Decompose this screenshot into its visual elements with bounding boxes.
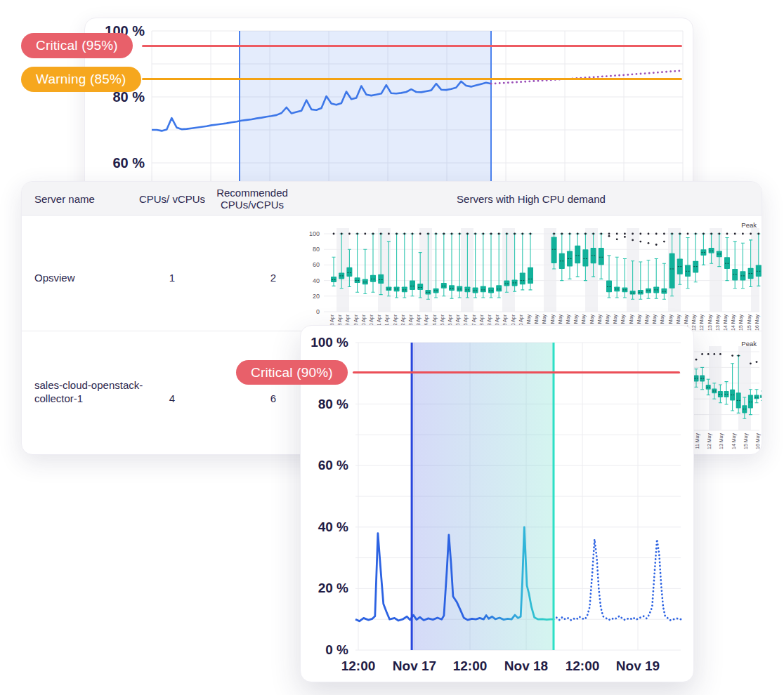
peak-label: Peak [714, 340, 757, 348]
x-tick-nov18: Nov 18 [495, 658, 558, 674]
svg-text:12 May: 12 May [691, 315, 697, 331]
cpu-usage-forecast-chart[interactable] [301, 326, 694, 682]
svg-text:80: 80 [313, 246, 320, 253]
x-tick-nov19: Nov 19 [606, 658, 669, 674]
cpus-cell: 1 [130, 272, 214, 284]
y-tick-20: 20 % [301, 581, 348, 596]
svg-text:16 May: 16 May [755, 433, 761, 449]
svg-text:14 May: 14 May [731, 315, 736, 331]
svg-text:0: 0 [316, 308, 320, 315]
svg-text:12 May: 12 May [707, 433, 712, 449]
svg-text:15 May: 15 May [738, 315, 744, 331]
critical-95-badge: Critical (95%) [21, 33, 133, 58]
warning-85-badge: Warning (85%) [21, 67, 141, 92]
y-tick-100: 100 % [301, 335, 348, 350]
x-tick-1200c: 12:00 [551, 658, 614, 674]
svg-text:15 May: 15 May [747, 315, 752, 331]
x-tick-1200a: 12:00 [327, 658, 390, 674]
peak-label: Peak [714, 221, 757, 229]
svg-text:60: 60 [313, 261, 320, 268]
recommended-cpus-cell: 2 [224, 272, 322, 284]
y-tick-0: 0 % [301, 642, 348, 658]
svg-text:15 May: 15 May [743, 433, 749, 449]
svg-text:16 May: 16 May [754, 315, 760, 331]
svg-text:13 May: 13 May [719, 433, 724, 449]
cpu-usage-forecast-card: 100 % 80 % 60 % 40 % 20 % 0 % 12:00 Nov … [300, 325, 694, 682]
critical-90-badge: Critical (90%) [236, 360, 348, 385]
y-tick-80: 80 % [301, 397, 348, 412]
svg-text:14 May: 14 May [731, 433, 737, 449]
capacity-planner-dashboard: 100 % 80 % 60 % Server name CPUs/ vCPUs … [0, 0, 784, 695]
svg-text:14 May: 14 May [723, 315, 729, 331]
critical-threshold-line [142, 45, 682, 47]
x-tick-1200b: 12:00 [438, 658, 502, 674]
warning-threshold-line [142, 78, 682, 80]
svg-text:11 May: 11 May [695, 433, 700, 449]
y-tick-60: 60 % [89, 155, 145, 171]
server-name-cell: Opsview [34, 272, 75, 284]
svg-text:13 May: 13 May [707, 315, 713, 331]
svg-text:13 May: 13 May [715, 315, 721, 331]
cpus-cell: 4 [130, 392, 214, 404]
y-tick-40: 40 % [301, 519, 348, 535]
svg-text:100: 100 [309, 230, 320, 237]
svg-text:12 May: 12 May [699, 315, 705, 331]
critical-90-threshold-line [353, 371, 680, 373]
y-tick-60: 60 % [301, 458, 348, 473]
svg-text:20: 20 [313, 293, 320, 300]
x-tick-nov17: Nov 17 [383, 658, 446, 674]
